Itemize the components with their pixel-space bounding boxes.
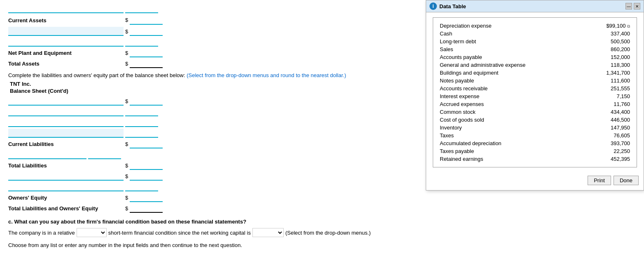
right-panel: i Data Table — ✕ Depreciation expense$99…: [422, 0, 644, 280]
table-row: Accumulated depreciation393,700: [438, 139, 632, 147]
highlighted-row: $: [8, 27, 413, 36]
condition-select-note: (Select from the drop-down menus.): [285, 230, 371, 236]
current-liabilities-value[interactable]: [130, 139, 163, 148]
table-row: Depreciation expense$99,100 ⧉: [438, 22, 632, 30]
current-assets-label: Current Assets: [8, 17, 124, 24]
table-row: Inventory147,950: [438, 124, 632, 132]
table-row: Accounts payable152,000: [438, 53, 632, 61]
total-liabilities-value[interactable]: [130, 161, 163, 170]
net-plant-row: Net Plant and Equipment $: [8, 48, 413, 57]
balance-sheet-title: Balance Sheet (Cont'd): [10, 88, 413, 94]
table-cell-label: Buildings and equipment: [438, 69, 554, 77]
condition-dropdown-2[interactable]: positive negative: [252, 228, 284, 237]
liab-input-2[interactable]: [8, 107, 124, 116]
data-table: Depreciation expense$99,100 ⧉Cash337,400…: [438, 22, 632, 163]
empty-value-1[interactable]: [125, 38, 158, 47]
total-assets-dollar: $: [125, 61, 128, 67]
empty-row-1: [8, 38, 413, 47]
equity-row-1: $: [8, 172, 413, 181]
table-cell-label: Taxes: [438, 132, 554, 139]
equity-value-1[interactable]: [130, 172, 163, 181]
table-cell-label: Cost of goods sold: [438, 116, 554, 124]
total-assets-label: Total Assets: [8, 61, 124, 67]
instruction-note: (Select from the drop-down menus and rou…: [187, 72, 346, 78]
liab-dollar-1: $: [125, 98, 128, 104]
table-cell-label: Sales: [438, 45, 554, 53]
liab-input-1[interactable]: [8, 96, 124, 106]
total-liab-equity-value[interactable]: [130, 204, 163, 213]
table-cell-value: 1,341,700: [554, 69, 632, 77]
owners-equity-value[interactable]: [130, 193, 163, 202]
table-cell-label: Accrued expenses: [438, 100, 554, 108]
net-plant-value[interactable]: [130, 48, 163, 57]
liab-row-2: [8, 107, 413, 116]
empty-input-1[interactable]: [8, 38, 124, 47]
liab-input-5[interactable]: [8, 150, 86, 159]
print-button[interactable]: Print: [588, 176, 611, 185]
table-row: Accrued expenses11,760: [438, 100, 632, 108]
copy-icon[interactable]: ⧉: [627, 24, 630, 28]
table-cell-value: 7,150: [554, 92, 632, 100]
popup-controls: — ✕: [625, 3, 640, 9]
top-input-1[interactable]: [8, 4, 124, 13]
table-cell-label: Retained earnings: [438, 155, 554, 163]
minimize-button[interactable]: —: [625, 3, 632, 9]
table-row: Accounts receivable251,555: [438, 85, 632, 92]
popup-title: Data Table: [439, 3, 466, 9]
owners-equity-dollar: $: [125, 195, 128, 201]
liab-row-4: [8, 129, 413, 138]
total-assets-value[interactable]: [130, 59, 163, 68]
current-assets-value[interactable]: [130, 16, 163, 25]
table-row: Notes payable111,600: [438, 77, 632, 85]
data-table-outer: Depreciation expense$99,100 ⧉Cash337,400…: [433, 17, 637, 167]
owners-equity-label: Owners' Equity: [8, 195, 124, 201]
table-cell-label: Interest expense: [438, 92, 554, 100]
owners-equity-row: Owners' Equity $: [8, 193, 413, 202]
table-cell-value: 76,605: [554, 132, 632, 139]
close-button[interactable]: ✕: [634, 3, 640, 9]
total-liabilities-label: Total Liabilities: [8, 162, 124, 169]
liab-input-3[interactable]: [8, 118, 124, 127]
done-button[interactable]: Done: [614, 176, 639, 185]
top-value-1[interactable]: [125, 4, 158, 13]
equity-input-2[interactable]: [8, 182, 124, 191]
table-cell-value: 860,200: [554, 45, 632, 53]
table-cell-value: 118,300: [554, 61, 632, 69]
table-row: Interest expense7,150: [438, 92, 632, 100]
instruction-line: Complete the liabilities and owners' equ…: [8, 72, 413, 78]
popup-header: i Data Table — ✕: [426, 0, 644, 12]
equity-input-1[interactable]: [8, 172, 124, 181]
net-plant-dollar: $: [125, 50, 128, 56]
section-c-label: c. What can you say about the firm's fin…: [8, 219, 246, 225]
liab-value-3[interactable]: [125, 118, 158, 127]
total-liab-dollar: $: [125, 162, 128, 169]
table-cell-value: 452,395: [554, 155, 632, 163]
current-liabilities-label: Current Liabilities: [8, 141, 124, 147]
table-row: Sales860,200: [438, 45, 632, 53]
total-liab-equity-dollar: $: [125, 205, 128, 212]
table-row: Buildings and equipment1,341,700: [438, 69, 632, 77]
table-cell-value: 393,700: [554, 139, 632, 147]
footer-note: Choose from any list or enter any number…: [8, 242, 413, 248]
condition-dropdown-1[interactable]: strong weak average: [77, 228, 107, 237]
table-cell-label: Common stock: [438, 108, 554, 116]
liab-input-4[interactable]: [8, 129, 124, 138]
table-row: Common stock434,400: [438, 108, 632, 116]
liab-value-2[interactable]: [125, 107, 158, 116]
table-cell-label: Taxes payable: [438, 147, 554, 155]
highlighted-value[interactable]: [130, 27, 163, 36]
highlighted-input-1[interactable]: [8, 27, 124, 36]
liab-value-1[interactable]: [130, 96, 163, 106]
table-cell-label: Long-term debt: [438, 38, 554, 45]
table-cell-value: $99,100 ⧉: [554, 22, 632, 30]
current-liab-dollar: $: [125, 141, 128, 147]
table-cell-label: Accounts receivable: [438, 85, 554, 92]
equity-value-2[interactable]: [125, 182, 158, 191]
table-cell-value: 111,600: [554, 77, 632, 85]
instruction-text: Complete the liabilities and owners' equ…: [8, 72, 185, 78]
total-assets-row: Total Assets $: [8, 59, 413, 68]
liab-value-4[interactable]: [125, 129, 158, 138]
liab-value-5[interactable]: [88, 150, 121, 159]
table-cell-label: General and administrative expense: [438, 61, 554, 69]
table-cell-value: 500,500: [554, 38, 632, 45]
